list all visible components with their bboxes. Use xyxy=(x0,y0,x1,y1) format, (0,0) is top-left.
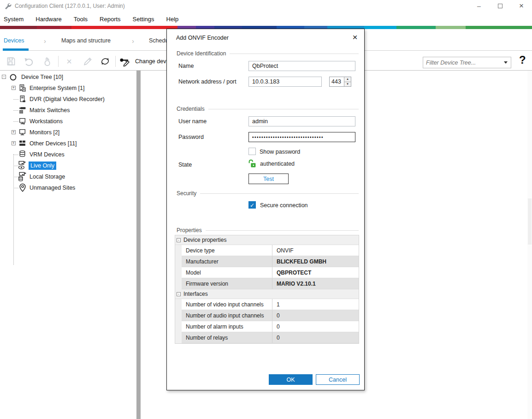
username-input[interactable]: admin xyxy=(248,116,355,126)
section-label: Credentials xyxy=(177,106,205,112)
tree-item-label: Unmanaged Sites xyxy=(30,185,75,191)
property-value: 1 xyxy=(272,299,359,310)
property-name: Device type xyxy=(182,245,272,256)
network-address-label: Network address / port xyxy=(178,78,236,85)
dropdown-arrow-icon[interactable] xyxy=(504,61,508,64)
menu-reports[interactable]: Reports xyxy=(100,14,126,24)
tree-item-label: Other Devices [11] xyxy=(30,140,77,147)
expand-box[interactable]: + xyxy=(12,141,16,145)
minimize-icon: – xyxy=(477,2,481,10)
tree-item-enterprise-system[interactable]: + Enterprise System [1] xyxy=(0,83,136,94)
expand-box[interactable]: + xyxy=(12,86,16,90)
tree-item-device-tree[interactable]: - Device Tree [10] xyxy=(0,72,136,83)
key-pencil-icon xyxy=(119,56,132,66)
tree-item-label: DVR (Digital Video Recorder) xyxy=(30,96,105,102)
tree-stub xyxy=(13,99,18,100)
close-window-button[interactable]: × xyxy=(514,0,529,12)
dialog-close-button[interactable]: × xyxy=(350,33,360,42)
save-icon xyxy=(6,56,16,66)
menu-help[interactable]: Help xyxy=(166,14,184,24)
property-name: Manufacturer xyxy=(182,256,272,267)
property-name: Number of alarm inputs xyxy=(182,321,272,332)
maximize-icon xyxy=(498,4,502,8)
toolbar-separator xyxy=(115,56,116,67)
change-device-passwords-button[interactable] xyxy=(119,55,132,68)
spinner-down-button[interactable]: ▼ xyxy=(344,82,351,87)
section-security: Security xyxy=(177,190,359,197)
section-credentials: Credentials xyxy=(177,106,359,112)
tree-scrollbar[interactable] xyxy=(136,71,141,419)
menu-hardware[interactable]: Hardware xyxy=(35,14,67,24)
chevron-right-icon: › xyxy=(44,37,46,45)
menu-settings[interactable]: Settings xyxy=(133,14,160,24)
tree-stub xyxy=(13,121,18,122)
test-button[interactable]: Test xyxy=(248,174,289,184)
dialog-title: Add ONVIF Encoder xyxy=(176,35,229,41)
section-rule xyxy=(200,193,359,194)
show-password-checkbox[interactable] xyxy=(248,148,256,155)
cancel-button[interactable]: Cancel xyxy=(316,374,360,385)
property-row: Number of alarm inputs 0 xyxy=(182,321,359,332)
save-button[interactable] xyxy=(5,55,18,68)
tree-item-label: VRM Devices xyxy=(30,151,65,158)
expand-box[interactable]: + xyxy=(12,130,16,134)
secure-connection-checkbox[interactable]: ✓ xyxy=(248,201,256,209)
tree-item-other-devices[interactable]: + Other Devices [11] xyxy=(0,138,136,149)
collapse-box[interactable]: - xyxy=(2,75,6,79)
tree-item-label: Workstations xyxy=(30,118,63,125)
tab-maps-and-structure[interactable]: Maps and structure xyxy=(61,37,111,44)
tree-item-unmanaged-sites[interactable]: Unmanaged Sites xyxy=(0,182,136,193)
password-input[interactable]: ••••••••••••••••••••••••••••••• xyxy=(248,132,355,142)
hand-icon xyxy=(42,56,52,66)
title-bar: Configuration Client (127.0.0.1, User: A… xyxy=(0,0,532,12)
property-row: Model QBPROTECT xyxy=(182,267,359,278)
tree-item-local-storage[interactable]: Local Storage xyxy=(0,171,136,182)
undo-icon xyxy=(23,56,34,67)
edit-button[interactable] xyxy=(81,55,94,68)
tree-item-matrix-switches[interactable]: Matrix Switches xyxy=(0,105,136,116)
help-button[interactable]: ? xyxy=(519,54,526,66)
property-name: Model xyxy=(182,267,272,278)
right-scrollbar-thumb[interactable] xyxy=(528,198,532,245)
pointer-hand-button[interactable] xyxy=(41,55,53,68)
menu-system[interactable]: System xyxy=(4,14,29,24)
tree-item-workstations[interactable]: Workstations xyxy=(0,116,136,127)
username-label: User name xyxy=(178,118,207,125)
menu-tools[interactable]: Tools xyxy=(74,14,93,24)
name-label: Name xyxy=(178,63,194,69)
window-title: Configuration Client (127.0.0.1, User: A… xyxy=(15,3,125,9)
local-storage-icon xyxy=(18,172,26,183)
property-value: QBPROTECT xyxy=(272,267,359,278)
minimize-button[interactable]: – xyxy=(471,0,487,12)
group-device-properties[interactable]: - Device properties xyxy=(175,235,359,245)
menu-bar: System Hardware Tools Reports Settings H… xyxy=(0,12,532,26)
tree-item-live-only[interactable]: Live Only xyxy=(0,160,136,171)
delete-button[interactable]: × xyxy=(63,55,76,68)
right-scrollbar-track[interactable] xyxy=(527,71,532,419)
tree-item-label: Device Tree [10] xyxy=(21,74,63,80)
state-label: State xyxy=(178,162,192,168)
tab-devices[interactable]: Devices xyxy=(4,37,24,44)
property-name: Number of video input channels xyxy=(182,299,272,310)
change-device-passwords-label[interactable]: Change devi xyxy=(135,58,167,65)
refresh-button[interactable] xyxy=(99,55,112,68)
name-input[interactable]: QbProtect xyxy=(248,61,355,71)
tree-item-dvr[interactable]: DVR (Digital Video Recorder) xyxy=(0,94,136,105)
password-label: Password xyxy=(178,134,204,140)
property-name: Firmware version xyxy=(182,278,272,289)
collapse-box[interactable]: - xyxy=(177,292,181,296)
port-value[interactable]: 443 xyxy=(330,77,344,86)
collapse-box[interactable]: - xyxy=(177,238,181,242)
network-address-input[interactable]: 10.0.3.183 xyxy=(248,77,322,87)
group-interfaces[interactable]: - Interfaces xyxy=(175,289,359,299)
undo-button[interactable] xyxy=(22,55,35,68)
other-devices-icon xyxy=(18,139,26,149)
spinner-up-button[interactable]: ▲ xyxy=(344,77,351,82)
ok-button[interactable]: OK xyxy=(269,374,313,385)
port-spinner[interactable]: 443 ▲ ▼ xyxy=(329,77,351,87)
maximize-button[interactable] xyxy=(492,0,508,12)
filter-device-tree-combobox[interactable] xyxy=(423,57,511,68)
filter-input[interactable] xyxy=(423,60,504,66)
tree-item-vrm-devices[interactable]: VRM Devices xyxy=(0,149,136,160)
tree-item-monitors[interactable]: + Monitors [2] xyxy=(0,127,136,138)
